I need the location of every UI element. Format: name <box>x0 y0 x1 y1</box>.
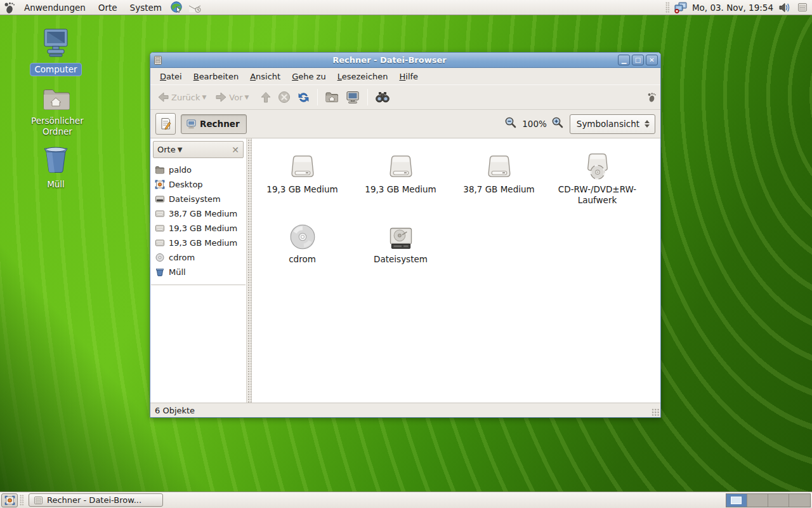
sidebar-close-icon[interactable]: ✕ <box>232 145 239 155</box>
file-item-label: cdrom <box>289 254 316 265</box>
gnome-foot-menu-icon[interactable] <box>2 1 16 15</box>
file-item-label: CD-RW-/DVD±RW-Laufwerk <box>556 184 639 206</box>
home-folder-icon <box>325 91 339 104</box>
workspace-4[interactable] <box>789 494 810 507</box>
file-item-optical-drive[interactable]: CD-RW-/DVD±RW-Laufwerk <box>548 146 646 206</box>
menu-anwendungen[interactable]: Anwendungen <box>18 0 92 15</box>
network-offline-icon <box>674 1 688 14</box>
close-button[interactable]: ✕ <box>646 55 658 65</box>
stop-icon <box>278 91 291 104</box>
hard-disk-icon <box>385 216 417 251</box>
view-mode-combobox[interactable]: Symbolansicht <box>570 114 655 134</box>
sidebar-separator <box>151 284 246 286</box>
back-button[interactable]: Zurück ▼ <box>154 89 209 105</box>
show-desktop-button[interactable] <box>1 493 18 507</box>
zoom-in-icon <box>551 116 565 130</box>
zoom-out-button[interactable] <box>504 116 518 131</box>
trash-icon <box>27 144 84 177</box>
menu-gehe-zu[interactable]: Gehe zu <box>286 70 332 83</box>
file-item-volume-19gb-a[interactable]: 19,3 GB Medium <box>253 146 351 206</box>
cd-disc-icon <box>288 216 317 251</box>
file-item-dateisystem[interactable]: Dateisystem <box>351 216 450 265</box>
removable-drive-icon <box>483 146 516 182</box>
speaker-icon <box>778 2 791 13</box>
gnome-foot-icon <box>3 1 15 14</box>
desktop-icon-computer[interactable]: Computer <box>27 28 84 76</box>
workspace-1[interactable] <box>726 494 747 507</box>
computer-button[interactable] <box>342 88 363 107</box>
workspace-3[interactable] <box>768 494 789 507</box>
window-list-grip[interactable] <box>20 495 24 506</box>
panel-clock[interactable]: Mo, 03. Nov, 19:54 <box>690 3 776 13</box>
sidebar-item-cdrom[interactable]: cdrom <box>150 250 246 265</box>
menu-ansicht[interactable]: Ansicht <box>244 70 286 83</box>
taskbar-window-button[interactable]: Rechner - Datei-Brow... <box>29 493 163 507</box>
toggle-location-entry-button[interactable] <box>155 113 176 135</box>
window-titlebar[interactable]: Rechner - Datei-Browser ▁ □ ✕ <box>150 53 660 68</box>
zoom-out-icon <box>504 116 518 130</box>
menu-lesezeichen[interactable]: Lesezeichen <box>332 70 394 83</box>
sidebar-item-volume-19gb-a[interactable]: 19,3 GB Medium <box>150 221 246 236</box>
web-browser-launcher[interactable] <box>170 1 184 15</box>
volume-tray[interactable] <box>778 1 792 15</box>
file-item-label: 19,3 GB Medium <box>365 184 436 195</box>
menu-datei[interactable]: Datei <box>154 70 188 83</box>
edit-note-icon <box>159 117 172 131</box>
notification-area-grip[interactable] <box>665 2 670 13</box>
maximize-button[interactable]: □ <box>632 55 644 65</box>
toolbar-separator <box>367 89 368 105</box>
location-bar: Rechner 100% Symbolansicht <box>150 110 660 138</box>
email-icon <box>188 1 202 14</box>
sidebar-splitter[interactable] <box>247 138 252 403</box>
sidebar-item-muell[interactable]: Müll <box>150 265 246 279</box>
desktop-icon-label: Müll <box>43 178 69 190</box>
search-button[interactable] <box>372 88 393 106</box>
icon-view[interactable]: 19,3 GB Medium 19,3 GB Medium <box>252 138 660 403</box>
up-button[interactable] <box>257 89 275 106</box>
menu-hilfe[interactable]: Hilfe <box>394 70 424 83</box>
sidebar-mode-selector[interactable]: Orte ▼ ✕ <box>153 141 244 158</box>
zoom-level: 100% <box>522 119 547 129</box>
sidebar-item-dateisystem[interactable]: Dateisystem <box>150 192 246 206</box>
back-arrow-icon <box>157 91 169 103</box>
desktop-icon <box>155 180 165 189</box>
zoom-in-button[interactable] <box>551 116 565 131</box>
menu-orte[interactable]: Orte <box>92 0 124 15</box>
file-item-label: 19,3 GB Medium <box>266 184 337 195</box>
forward-arrow-icon <box>215 91 227 103</box>
desktop-icon-trash[interactable]: Müll <box>27 144 84 190</box>
resize-grip[interactable] <box>652 408 660 417</box>
binoculars-search-icon <box>375 91 390 104</box>
workspace-2[interactable] <box>747 494 768 507</box>
workspace-window-thumb <box>731 497 742 504</box>
workspace-switcher <box>726 493 811 507</box>
email-launcher[interactable] <box>188 1 202 15</box>
file-item-volume-19gb-b[interactable]: 19,3 GB Medium <box>351 146 450 206</box>
file-item-cdrom[interactable]: cdrom <box>253 216 351 265</box>
sidebar-item-desktop[interactable]: Desktop <box>150 177 246 192</box>
removable-drive-icon <box>384 146 417 182</box>
stop-button[interactable] <box>275 88 294 106</box>
sidebar-item-volume-19gb-b[interactable]: 19,3 GB Medium <box>150 236 246 250</box>
desktop-icon-label: Computer <box>30 63 81 76</box>
web-browser-icon <box>170 1 183 14</box>
window-selector-tray[interactable] <box>796 1 809 15</box>
reload-button[interactable] <box>294 88 313 107</box>
network-status-tray[interactable] <box>674 1 688 15</box>
sidebar-item-volume-38gb[interactable]: 38,7 GB Medium <box>150 206 246 221</box>
desktop-icon-home[interactable]: Persönlicher Ordner <box>27 86 84 138</box>
sidebar-item-paldo[interactable]: paldo <box>150 163 246 177</box>
drive-icon <box>155 194 165 204</box>
forward-button[interactable]: Vor ▼ <box>212 89 252 105</box>
view-mode-label: Symbolansicht <box>577 119 639 129</box>
path-button-rechner[interactable]: Rechner <box>181 114 247 134</box>
menu-system[interactable]: System <box>124 0 168 15</box>
menu-bearbeiten[interactable]: Bearbeiten <box>188 70 244 83</box>
drive-icon <box>155 209 165 218</box>
computer-icon <box>27 28 84 62</box>
file-item-volume-38gb[interactable]: 38,7 GB Medium <box>450 146 548 206</box>
combo-spin-arrows <box>645 120 650 128</box>
window-toolbar: Zurück ▼ Vor ▼ <box>150 84 660 110</box>
minimize-button[interactable]: ▁ <box>618 55 630 65</box>
home-button[interactable] <box>322 88 342 106</box>
